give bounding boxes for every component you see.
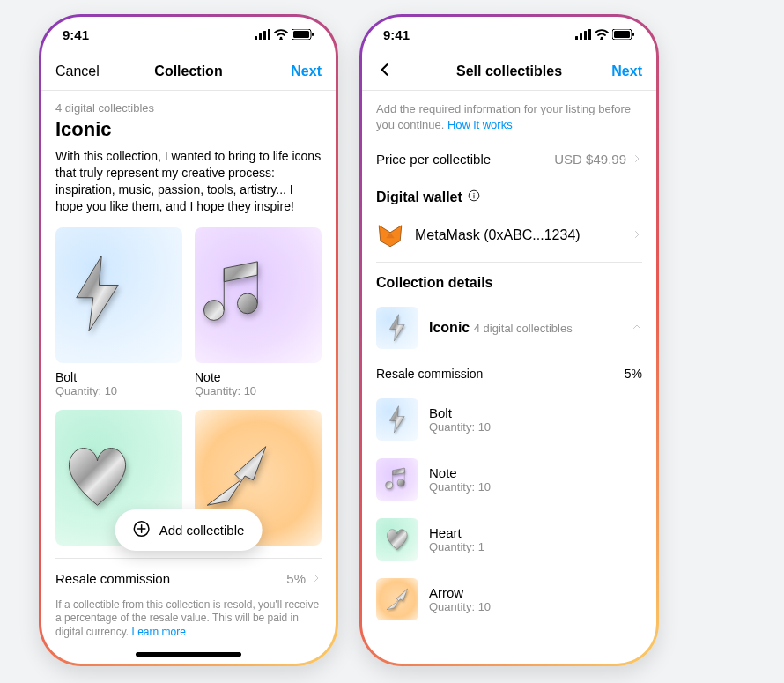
collectible-bolt[interactable]: Bolt Quantity: 10: [55, 227, 182, 397]
resale-value: 5%: [625, 367, 642, 381]
bolt-icon: [376, 398, 418, 441]
wallet-name: MetaMask (0xABC...1234): [415, 227, 621, 243]
chevron-right-icon: [632, 227, 642, 243]
chevron-right-icon: [311, 571, 322, 586]
resale-value: 5%: [286, 571, 306, 586]
wallet-row[interactable]: MetaMask (0xABC...1234): [376, 212, 642, 263]
collection-summary-row[interactable]: Iconic 4 digital collectibles: [376, 298, 642, 358]
resale-label: Resale commission: [55, 571, 170, 586]
status-bar: 9:41: [362, 17, 656, 52]
chevron-up-icon: [632, 320, 642, 336]
page-title: Sell collectibles: [456, 63, 562, 79]
how-it-works-link[interactable]: How it works: [447, 118, 513, 131]
back-button[interactable]: [376, 61, 422, 82]
collection-section-header: Collection details: [376, 263, 642, 298]
info-circle-icon[interactable]: [468, 189, 480, 205]
wallet-section-header: Digital wallet: [376, 177, 642, 212]
cancel-button[interactable]: Cancel: [55, 63, 101, 79]
list-item-bolt[interactable]: BoltQuantity: 10: [376, 390, 642, 449]
price-value: USD $49.99: [554, 152, 626, 167]
bolt-icon: [376, 307, 418, 349]
status-time: 9:41: [63, 27, 89, 42]
collection-title: Iconic: [55, 118, 322, 141]
wifi-icon: [274, 29, 288, 40]
collection-subtitle: 4 digital collectibles: [474, 322, 573, 335]
collectible-count: 4 digital collectibles: [55, 101, 322, 115]
chevron-right-icon: [632, 152, 642, 167]
wifi-icon: [595, 29, 609, 40]
status-time: 9:41: [383, 27, 410, 42]
navbar: Cancel Collection Next: [41, 52, 336, 91]
learn-more-link[interactable]: Learn more: [132, 626, 186, 638]
plus-circle-icon: [133, 520, 151, 540]
resale-commission-row[interactable]: Resale commission 5%: [55, 558, 322, 598]
collection-description: With this collection, I wanted to bring …: [55, 148, 322, 215]
instructions: Add the required information for your li…: [376, 101, 642, 141]
signal-icon: [255, 29, 270, 40]
signal-icon: [575, 29, 591, 40]
heart-icon: [376, 518, 418, 561]
list-item-note[interactable]: NoteQuantity: 10: [376, 449, 642, 509]
phone-sell: 9:41 Sell collectibles Next Add the requ…: [359, 14, 659, 666]
note-icon: [195, 227, 322, 363]
add-collectible-button[interactable]: Add collectible: [115, 509, 263, 551]
page-title: Collection: [154, 63, 222, 79]
status-bar: 9:41: [41, 17, 336, 52]
battery-icon: [612, 29, 635, 40]
note-icon: [376, 458, 418, 501]
price-label: Price per collectible: [376, 152, 491, 167]
arrow-icon: [376, 578, 418, 620]
collectible-note[interactable]: Note Quantity: 10: [195, 227, 322, 397]
phone-collection: 9:41 Cancel Collection Next 4 digital co…: [39, 14, 338, 666]
home-indicator[interactable]: [136, 652, 241, 657]
price-row[interactable]: Price per collectible USD $49.99: [376, 141, 642, 177]
resale-label: Resale commission: [376, 367, 483, 381]
resale-footnote: If a collectible from this collection is…: [55, 598, 322, 640]
collection-title: Iconic: [429, 320, 470, 335]
list-item-heart[interactable]: HeartQuantity: 1: [376, 509, 642, 569]
list-item-arrow[interactable]: ArrowQuantity: 10: [376, 569, 642, 629]
resale-commission-row: Resale commission 5%: [376, 358, 642, 390]
navbar: Sell collectibles Next: [362, 52, 656, 91]
next-button[interactable]: Next: [276, 63, 322, 79]
bolt-icon: [55, 227, 182, 363]
next-button[interactable]: Next: [596, 63, 642, 79]
metamask-icon: [376, 221, 404, 249]
battery-icon: [292, 29, 314, 40]
